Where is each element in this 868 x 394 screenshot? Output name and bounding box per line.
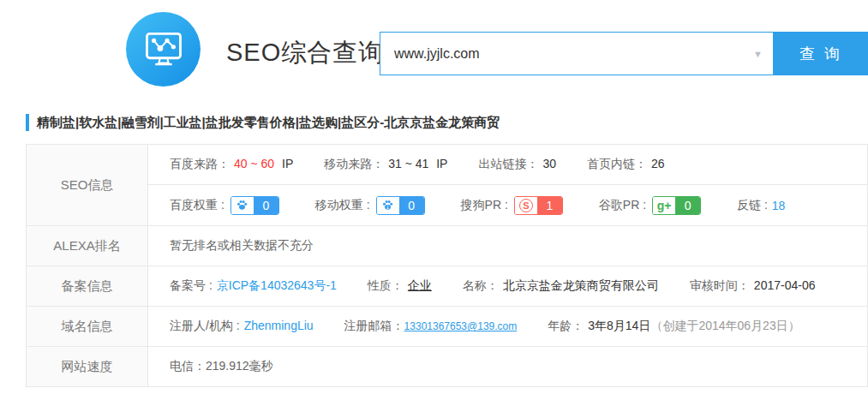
baidu-mobile-paw-icon — [377, 197, 399, 214]
query-button[interactable]: 查 询 — [774, 32, 868, 75]
dropdown-caret-icon[interactable]: ▼ — [753, 49, 763, 59]
site-title-text: 精制盐|软水盐|融雪剂|工业盐|盐批发零售价格|盐选购|盐区分-北京京盐金龙策商… — [37, 115, 500, 131]
sogou-s-icon: S — [515, 197, 537, 214]
table-row-beian: 备案信息 备案号 :京ICP备14032643号-1 性质：企业 名称：北京京盐… — [27, 266, 867, 306]
backlinks-item: 反链 : 18 — [737, 198, 785, 213]
google-plus-icon: g+ — [653, 197, 675, 214]
table-row-alexa: ALEXA排名 暂无排名或相关数据不充分 — [27, 225, 867, 266]
mobile-weight-item: 移动权重 : 0 — [315, 196, 425, 215]
baidu-paw-icon — [231, 197, 254, 214]
table-row-seo: SEO信息 百度来路：40 ~ 60 IP 移动来路：31 ~ 41 IP 出站… — [27, 145, 867, 225]
google-pr-badge[interactable]: g+ 0 — [652, 196, 701, 215]
icp-number-stat: 备案号 :京ICP备14032643号-1 — [170, 278, 337, 294]
search-area: ▼ 查 询 — [380, 32, 868, 75]
header: SEO综合查询 ▼ 查 询 — [0, 0, 868, 103]
icp-number-link[interactable]: 京ICP备14032643号-1 — [217, 278, 337, 292]
domain-created-note: （创建于2014年06月23日） — [650, 319, 799, 332]
google-pr-item: 谷歌PR : g+ 0 — [599, 196, 701, 215]
site-title-row: 精制盐|软水盐|融雪剂|工业盐|盐批发零售价格|盐选购|盐区分-北京京盐金龙策商… — [26, 112, 500, 133]
sogou-pr-badge[interactable]: S 1 — [514, 196, 563, 215]
title-accent-bar — [26, 114, 29, 131]
email-stat: 注册邮箱：13301367653@139.com — [344, 319, 518, 334]
baidu-weight-item: 百度权重 : 0 — [170, 196, 279, 215]
seo-stats-row: 百度来路：40 ~ 60 IP 移动来路：31 ~ 41 IP 出站链接：30 … — [148, 145, 867, 185]
audit-time-stat: 审核时间：2017-04-06 — [690, 278, 816, 294]
homepage-internal-links-stat: 首页内链：26 — [587, 157, 665, 172]
logo — [126, 12, 201, 87]
mobile-weight-badge[interactable]: 0 — [376, 196, 425, 215]
table-row-speed: 网站速度 电信：219.912毫秒 — [27, 346, 867, 386]
domain-age-stat: 年龄：3年8月14日（创建于2014年06月23日） — [548, 319, 799, 334]
info-table: SEO信息 百度来路：40 ~ 60 IP 移动来路：31 ~ 41 IP 出站… — [26, 144, 868, 387]
sogou-pr-item: 搜狗PR : S 1 — [461, 196, 563, 215]
backlinks-link[interactable]: 18 — [772, 199, 786, 212]
row-label-alexa: ALEXA排名 — [27, 226, 148, 266]
row-label-domain: 域名信息 — [27, 307, 148, 346]
alexa-text: 暂无排名或相关数据不充分 — [148, 226, 867, 266]
row-label-speed: 网站速度 — [27, 347, 148, 386]
nature-stat: 性质：企业 — [368, 278, 432, 294]
registrant-email-link[interactable]: 13301367653@139.com — [404, 320, 518, 332]
row-label-seo: SEO信息 — [27, 145, 148, 225]
search-input[interactable] — [380, 33, 773, 75]
seo-weights-row: 百度权重 : 0 移动权重 : 0 — [148, 185, 867, 225]
outbound-links-stat: 出站链接：30 — [478, 157, 556, 172]
nature-link[interactable]: 企业 — [408, 278, 432, 292]
mobile-traffic-stat: 移动来路：31 ~ 41 IP — [324, 157, 447, 172]
row-label-beian: 备案信息 — [27, 266, 148, 306]
baidu-traffic-stat: 百度来路：40 ~ 60 IP — [170, 157, 293, 172]
table-row-domain: 域名信息 注册人/机构 :ZhenmingLiu 注册邮箱：1330136765… — [27, 306, 867, 346]
baidu-weight-badge[interactable]: 0 — [230, 196, 279, 215]
monitor-chart-icon — [141, 27, 186, 72]
search-input-wrap: ▼ — [380, 32, 774, 75]
app-title: SEO综合查询 — [226, 36, 384, 70]
registrant-stat: 注册人/机构 :ZhenmingLiu — [170, 319, 314, 334]
telecom-speed-stat: 电信：219.912毫秒 — [170, 359, 273, 374]
registrant-link[interactable]: ZhenmingLiu — [244, 319, 314, 332]
company-name-stat: 名称：北京京盐金龙策商贸有限公司 — [463, 278, 659, 294]
